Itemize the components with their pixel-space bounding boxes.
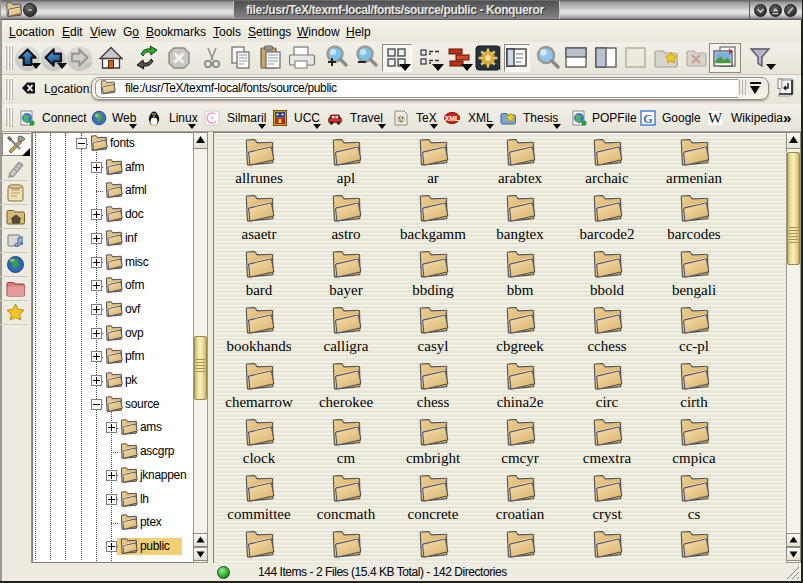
svg-text:A: A <box>211 116 213 120</box>
svg-text:XML: XML <box>445 115 460 122</box>
svg-text:G: G <box>643 112 652 126</box>
svg-text:W: W <box>708 110 723 126</box>
